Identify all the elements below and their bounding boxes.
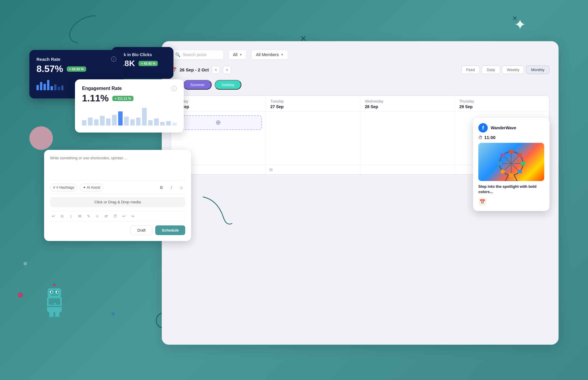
view-monthly-button[interactable]: Monthly <box>526 66 549 74</box>
calendar-panel: 🔍 Search posts All ▼ All Members ▼ 📅 26 … <box>162 41 559 345</box>
next-week-button[interactable]: > <box>223 66 231 74</box>
link-bio-badge: + 43.42 % <box>138 61 158 66</box>
svg-rect-27 <box>497 162 502 165</box>
engagement-chart <box>82 108 177 125</box>
filter-members-dropdown[interactable]: All Members ▼ <box>251 50 288 60</box>
hashtags-button[interactable]: # # Hashtags <box>50 184 77 191</box>
emoji-button[interactable]: ☺ <box>178 184 185 191</box>
clock-icon: ⏱ <box>478 135 482 140</box>
ai-assist-button[interactable]: ✦ AI Assist <box>80 184 103 191</box>
post-platform-name: WanderWave <box>491 125 516 130</box>
svg-rect-32 <box>518 170 522 173</box>
summer-tag-button[interactable]: Summer <box>183 80 212 90</box>
svg-point-6 <box>57 291 59 293</box>
holiday-tag-button[interactable]: Holiday <box>215 80 241 90</box>
robot-character: ✦ <box>41 283 68 321</box>
action9-icon[interactable]: ↩ <box>121 213 127 219</box>
search-icon: 🔍 <box>175 52 180 57</box>
svg-rect-7 <box>51 295 58 296</box>
col-footer-icon2: ⊞ <box>269 167 273 172</box>
undo-icon[interactable]: ↩ <box>50 213 56 219</box>
post-composer-card: # # Hashtags ✦ AI Assist B I ☺ Click or … <box>44 150 191 241</box>
col-body-tuesday <box>266 112 360 165</box>
reach-rate-info-icon: i <box>111 56 116 62</box>
svg-line-33 <box>505 175 508 181</box>
action2-icon[interactable]: ⊙ <box>59 213 65 219</box>
view-weekly-button[interactable]: Weekly <box>502 66 524 74</box>
post-time: 11:00 <box>484 135 495 140</box>
composer-textarea[interactable] <box>50 156 185 179</box>
date-range: 26 Sep - 2 Oct <box>180 67 209 72</box>
search-placeholder: Search posts <box>183 52 207 57</box>
post-caption: Step into the spotlight with bold colors… <box>478 184 544 195</box>
italic-button[interactable]: I <box>168 184 175 191</box>
col-footer-tuesday: ⊞ <box>266 165 360 174</box>
svg-rect-25 <box>509 150 514 153</box>
composer-actions: ↩ ⊙ | ✉ ✎ ☺ ⇄ ⏱ ↩ ↪ <box>50 211 185 221</box>
deco-star-icon: ✦ <box>514 16 526 33</box>
action10-icon[interactable]: ↪ <box>129 213 136 219</box>
reach-rate-title: Reach Rate <box>36 57 61 62</box>
view-buttons: Feed Daily Weekly Monthly <box>461 66 549 74</box>
smile-icon[interactable]: ☺ <box>94 213 101 219</box>
svg-rect-30 <box>518 153 522 157</box>
view-daily-button[interactable]: Daily <box>482 66 500 74</box>
engagement-info-icon: i <box>171 86 177 91</box>
svg-rect-16 <box>55 317 61 319</box>
svg-rect-28 <box>521 162 525 165</box>
col-footer-wednesday <box>360 165 455 174</box>
svg-rect-15 <box>48 317 54 319</box>
filter-all-dropdown[interactable]: All ▼ <box>228 50 247 60</box>
post-image <box>478 143 544 181</box>
chevron-down-icon: ▼ <box>239 53 243 56</box>
prev-week-button[interactable]: < <box>212 66 220 74</box>
engagement-rate-card: Engagement Rate i 1.11% + 311.11 % <box>75 79 184 133</box>
col-header-wednesday: Wednesday 28 Sep <box>360 96 455 112</box>
mail-icon[interactable]: ✉ <box>76 213 83 219</box>
col-header-tuesday: Tuesday 27 Sep <box>266 96 360 112</box>
plus-icon: ⊕ <box>216 119 221 126</box>
svg-point-5 <box>51 291 53 293</box>
bold-button[interactable]: B <box>158 184 165 191</box>
deco-x2-icon: ✕ <box>512 15 517 22</box>
schedule-button[interactable]: Schedule <box>155 225 185 235</box>
add-post-monday-button[interactable]: ⊕ <box>175 115 262 130</box>
edit-icon[interactable]: ✎ <box>85 213 92 219</box>
engagement-value: 1.11% <box>82 93 109 104</box>
reach-rate-badge: + 34.33 % <box>67 66 86 72</box>
search-box[interactable]: 🔍 Search posts <box>171 50 224 60</box>
share-icon[interactable]: ⇄ <box>103 213 109 219</box>
clock-icon[interactable]: ⏱ <box>112 213 118 219</box>
link-bio-title: Link in Bio Clicks <box>118 52 168 57</box>
reach-rate-value: 8.57% <box>36 63 63 74</box>
svg-text:✦: ✦ <box>54 302 56 306</box>
col-header-monday: Monday 26 Sep <box>171 96 266 112</box>
svg-rect-29 <box>501 153 505 157</box>
post-schedule-icon: 📅 <box>478 197 487 206</box>
chevron-down-icon2: ▼ <box>280 53 284 56</box>
col-body-wednesday <box>360 112 455 165</box>
svg-rect-17 <box>47 306 62 307</box>
action3-icon[interactable]: | <box>68 213 74 219</box>
engagement-badge: + 311.11 % <box>112 96 133 101</box>
svg-rect-31 <box>501 170 505 173</box>
view-feed-button[interactable]: Feed <box>461 66 480 74</box>
hashtags-icon: # <box>53 185 55 190</box>
svg-rect-26 <box>509 173 514 177</box>
facebook-icon: f <box>478 123 488 133</box>
draft-button[interactable]: Draft <box>131 225 152 235</box>
engagement-title: Engagement Rate <box>82 86 122 91</box>
media-drop-zone[interactable]: Click or Drag & Drop media <box>50 197 185 207</box>
svg-line-34 <box>514 175 517 181</box>
col-header-thursday: Thursday 29 Sep <box>455 96 549 112</box>
svg-point-9 <box>53 284 56 286</box>
wanderwave-post-card: f WanderWave ⏱ 11:00 <box>473 118 549 211</box>
